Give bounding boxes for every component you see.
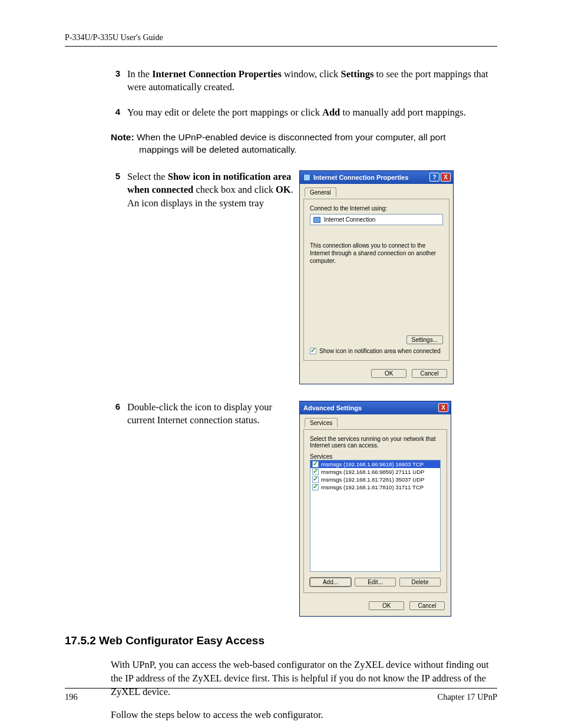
step-3: 3 In the Internet Connection Properties … xyxy=(111,68,497,94)
service-item[interactable]: msmsgs (192.168.1.66:9859) 27111 UDP xyxy=(310,468,440,476)
note-text: When the UPnP-enabled device is disconne… xyxy=(134,132,446,142)
bold: Add xyxy=(322,107,340,118)
help-button[interactable]: ? xyxy=(429,173,439,182)
text: window, click xyxy=(282,68,341,80)
dialog-titlebar[interactable]: Internet Connection Properties ? X xyxy=(300,171,453,184)
service-item[interactable]: msmsgs (192.168.1.81:7810) 31711 TCP xyxy=(310,483,440,491)
show-icon-label: Show icon in notification area when conn… xyxy=(319,348,441,354)
cancel-button[interactable]: Cancel xyxy=(409,601,445,610)
services-instruction: Select the services running on your netw… xyxy=(310,436,441,449)
service-item[interactable]: msmsgs (192.168.1.66:9618) 16603 TCP xyxy=(310,460,440,468)
page-footer: 196 Chapter 17 UPnP xyxy=(65,688,497,702)
chapter-label: Chapter 17 UPnP xyxy=(438,692,498,702)
step-number: 4 xyxy=(111,106,127,119)
service-label: msmsgs (192.168.1.81:7281) 35037 UDP xyxy=(321,476,424,483)
note-text: mappings will be deleted automatically. xyxy=(111,143,497,156)
tab-services[interactable]: Services xyxy=(305,418,338,427)
text: In the xyxy=(127,68,152,80)
step-4: 4 You may edit or delete the port mappin… xyxy=(111,106,497,119)
step-number: 5 xyxy=(111,170,127,210)
text: to manually add port mappings. xyxy=(340,107,466,118)
service-label: msmsgs (192.168.1.66:9618) 16603 TCP xyxy=(321,461,424,467)
service-checkbox[interactable] xyxy=(312,461,319,467)
services-listbox[interactable]: msmsgs (192.168.1.66:9618) 16603 TCP msm… xyxy=(310,460,441,572)
page-number: 196 xyxy=(65,692,78,702)
services-list-header: Services xyxy=(310,453,441,460)
dialog-title: Advanced Settings xyxy=(303,404,437,411)
dialog-title: Internet Connection Properties xyxy=(313,174,428,181)
service-checkbox[interactable] xyxy=(312,469,319,475)
service-label: msmsgs (192.168.1.66:9859) 27111 UDP xyxy=(321,469,424,475)
bold: Settings xyxy=(340,68,373,80)
service-checkbox[interactable] xyxy=(312,484,319,490)
step-5: 5 Select the Show icon in notification a… xyxy=(111,170,299,210)
close-button[interactable]: X xyxy=(441,173,451,182)
advanced-settings-dialog: Advanced Settings X Services Select the … xyxy=(299,401,451,617)
ok-button[interactable]: OK xyxy=(369,601,404,610)
step-6: 6 Double-click the icon to display your … xyxy=(111,401,299,427)
step-text: Double-click the icon to display your cu… xyxy=(127,401,299,427)
service-item[interactable]: msmsgs (192.168.1.81:7281) 35037 UDP xyxy=(310,476,440,483)
dialog-titlebar[interactable]: Advanced Settings X xyxy=(300,401,451,414)
text: Select the xyxy=(127,171,168,182)
connection-field[interactable]: Internet Connection xyxy=(310,214,443,225)
note-label: Note: xyxy=(111,132,134,142)
internet-connection-properties-dialog: Internet Connection Properties ? X Gener… xyxy=(299,170,454,384)
section-heading: 17.5.2 Web Configurator Easy Access xyxy=(65,634,497,647)
connection-name: Internet Connection xyxy=(324,216,375,223)
step-number: 3 xyxy=(111,68,127,94)
close-button[interactable]: X xyxy=(438,403,448,412)
tab-general[interactable]: General xyxy=(305,187,336,197)
text: check box and click xyxy=(193,184,276,195)
service-checkbox[interactable] xyxy=(312,476,319,483)
note-block: Note: When the UPnP-enabled device is di… xyxy=(111,131,497,156)
text: You may edit or delete the port mappings… xyxy=(127,107,322,118)
service-label: msmsgs (192.168.1.81:7810) 31711 TCP xyxy=(321,484,424,490)
bold: Internet Connection Properties xyxy=(152,68,282,80)
connect-using-label: Connect to the Internet using: xyxy=(310,205,443,212)
connection-icon xyxy=(313,217,320,223)
delete-button[interactable]: Delete xyxy=(399,578,441,587)
bold: OK xyxy=(276,184,291,195)
settings-button[interactable]: Settings... xyxy=(406,335,443,344)
paragraph: Follow the steps below to access the web… xyxy=(111,708,497,722)
connection-description: This connection allows you to connect to… xyxy=(310,242,443,265)
running-header: P-334U/P-335U User's Guide xyxy=(65,33,497,47)
cancel-button[interactable]: Cancel xyxy=(412,369,447,378)
show-icon-checkbox[interactable] xyxy=(310,348,316,354)
ok-button[interactable]: OK xyxy=(371,369,406,378)
edit-button[interactable]: Edit... xyxy=(355,578,396,587)
window-icon xyxy=(303,174,310,181)
add-button[interactable]: Add... xyxy=(310,578,351,587)
step-number: 6 xyxy=(111,401,127,427)
